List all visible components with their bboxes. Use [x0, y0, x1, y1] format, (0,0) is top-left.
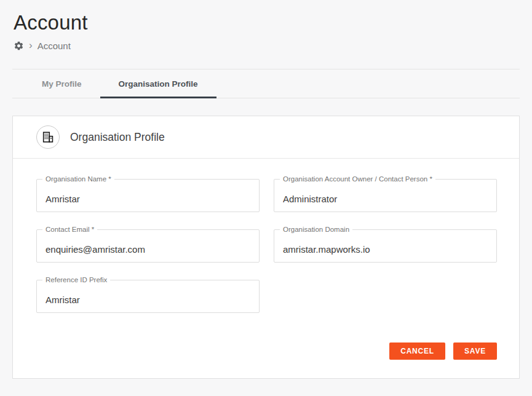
organisation-name-input[interactable]: [37, 180, 259, 212]
save-button[interactable]: SAVE: [453, 343, 497, 360]
cancel-button[interactable]: CANCEL: [389, 343, 445, 360]
account-owner-input[interactable]: [274, 180, 496, 212]
field-contact-email: Contact Email *: [36, 229, 260, 263]
field-organisation-name: Organisation Name *: [36, 179, 260, 212]
organisation-profile-card: Organisation Profile Organisation Name *…: [12, 116, 520, 379]
form-actions: CANCEL SAVE: [36, 343, 497, 360]
card-title: Organisation Profile: [70, 131, 165, 144]
reference-id-prefix-input[interactable]: [37, 280, 259, 312]
tab-organisation-profile[interactable]: Organisation Profile: [100, 69, 216, 98]
field-organisation-domain: Organisation Domain: [274, 229, 497, 263]
organisation-form: Organisation Name * Organisation Account…: [36, 179, 497, 313]
building-icon: [36, 125, 60, 149]
breadcrumb: › Account: [14, 41, 520, 51]
tab-strip: My Profile Organisation Profile: [12, 69, 520, 98]
organisation-domain-input[interactable]: [274, 230, 496, 262]
page-title: Account: [14, 11, 520, 34]
field-reference-id-prefix: Reference ID Prefix: [36, 280, 260, 313]
account-page: Account › Account My Profile Organisatio…: [0, 11, 532, 379]
card-body: Organisation Name * Organisation Account…: [13, 159, 519, 378]
gear-icon[interactable]: [14, 41, 24, 51]
tab-my-profile[interactable]: My Profile: [23, 69, 100, 98]
card-header: Organisation Profile: [13, 116, 519, 159]
field-account-owner: Organisation Account Owner / Contact Per…: [274, 179, 497, 212]
breadcrumb-separator: ›: [29, 40, 33, 50]
breadcrumb-item-account[interactable]: Account: [38, 41, 71, 51]
contact-email-input[interactable]: [37, 230, 259, 262]
